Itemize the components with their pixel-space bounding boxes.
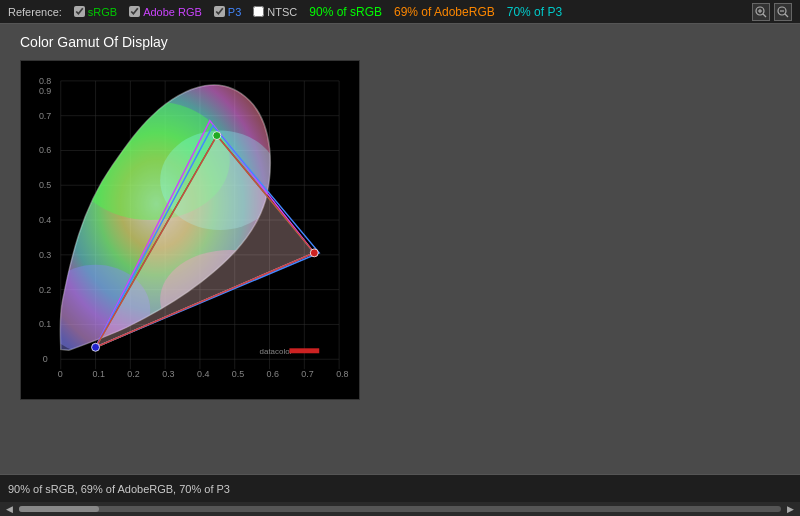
- svg-text:0.7: 0.7: [301, 369, 313, 379]
- ref-ntsc-label: NTSC: [267, 6, 297, 18]
- zoom-out-icon: [777, 6, 789, 18]
- result-90srgb: 90% of sRGB: [309, 5, 382, 19]
- zoom-in-icon: [755, 6, 767, 18]
- toolbar: Reference: sRGB Adobe RGB P3 NTSC 90% of…: [0, 0, 800, 24]
- svg-text:0.9: 0.9: [39, 86, 51, 96]
- chart-title: Color Gamut Of Display: [20, 34, 780, 50]
- gamut-chart: 0 0.1 0.2 0.3 0.4 0.5 0.6 0.7 0.8 0 0.1 …: [21, 61, 359, 399]
- green-point: [213, 132, 221, 140]
- ref-ntsc: NTSC: [253, 6, 297, 18]
- svg-text:0.7: 0.7: [39, 111, 51, 121]
- scroll-right-arrow[interactable]: ▶: [785, 504, 796, 514]
- svg-text:0.2: 0.2: [39, 285, 51, 295]
- svg-text:0.4: 0.4: [197, 369, 209, 379]
- svg-text:0.6: 0.6: [39, 145, 51, 155]
- ref-p3: P3: [214, 6, 241, 18]
- ref-srgb: sRGB: [74, 6, 117, 18]
- horizontal-scrollbar[interactable]: ◀ ▶: [0, 502, 800, 516]
- svg-line-5: [785, 14, 788, 17]
- ref-srgb-checkbox[interactable]: [74, 6, 85, 17]
- ref-p3-checkbox[interactable]: [214, 6, 225, 17]
- svg-text:0.2: 0.2: [127, 369, 139, 379]
- watermark: datacolor: [260, 347, 293, 356]
- ref-srgb-label: sRGB: [88, 6, 117, 18]
- svg-text:0.4: 0.4: [39, 215, 51, 225]
- result-69adobe: 69% of AdobeRGB: [394, 5, 495, 19]
- svg-text:0.3: 0.3: [162, 369, 174, 379]
- ref-ntsc-checkbox[interactable]: [253, 6, 264, 17]
- svg-text:0: 0: [43, 354, 48, 364]
- svg-text:0.3: 0.3: [39, 250, 51, 260]
- main-content: Color Gamut Of Display: [0, 24, 800, 474]
- toolbar-icons: [752, 3, 792, 21]
- svg-text:0.8: 0.8: [336, 369, 348, 379]
- ref-adobe-checkbox[interactable]: [129, 6, 140, 17]
- result-70p3: 70% of P3: [507, 5, 562, 19]
- scroll-left-arrow[interactable]: ◀: [4, 504, 15, 514]
- svg-text:0.5: 0.5: [39, 180, 51, 190]
- svg-text:0.6: 0.6: [267, 369, 279, 379]
- svg-line-1: [763, 14, 766, 17]
- ref-adobe-label: Adobe RGB: [143, 6, 202, 18]
- reference-label: Reference:: [8, 6, 62, 18]
- svg-text:0.5: 0.5: [232, 369, 244, 379]
- zoom-out-button[interactable]: [774, 3, 792, 21]
- blue-point: [92, 343, 100, 351]
- watermark-bar: [289, 348, 319, 353]
- red-point: [310, 249, 318, 257]
- scroll-thumb[interactable]: [19, 506, 99, 512]
- svg-text:0.1: 0.1: [39, 319, 51, 329]
- zoom-in-button[interactable]: [752, 3, 770, 21]
- svg-text:0: 0: [58, 369, 63, 379]
- statusbar: 90% of sRGB, 69% of AdobeRGB, 70% of P3: [0, 474, 800, 502]
- svg-text:0.8: 0.8: [39, 76, 51, 86]
- scroll-track[interactable]: [19, 506, 781, 512]
- svg-text:0.1: 0.1: [93, 369, 105, 379]
- chart-container: 0 0.1 0.2 0.3 0.4 0.5 0.6 0.7 0.8 0 0.1 …: [20, 60, 360, 400]
- statusbar-text: 90% of sRGB, 69% of AdobeRGB, 70% of P3: [8, 483, 230, 495]
- ref-adobe: Adobe RGB: [129, 6, 202, 18]
- ref-p3-label: P3: [228, 6, 241, 18]
